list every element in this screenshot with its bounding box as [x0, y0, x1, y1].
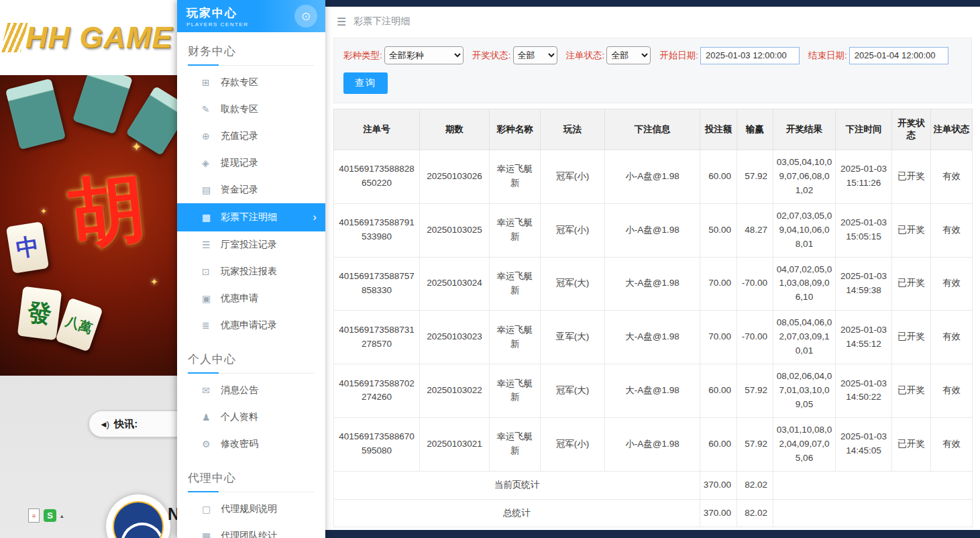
table-cell: 2025-01-03 14:45:05 — [836, 417, 892, 471]
table-cell: 幸运飞艇新 — [490, 257, 541, 311]
table-cell: 60.00 — [700, 364, 737, 418]
end-date-input[interactable] — [849, 47, 948, 64]
table-cell: 有效 — [931, 311, 973, 364]
table-cell: 20250103025 — [420, 203, 490, 257]
table-row: 40156917358875785833020250103024幸运飞艇新冠军(… — [334, 257, 973, 311]
sidebar-item-withdraw[interactable]: ✎取款专区 — [177, 96, 325, 123]
sidebar-item-promo-apply-records[interactable]: ≣优惠申请记录 — [177, 312, 325, 339]
player-bet-report-icon: ⊡ — [202, 266, 221, 277]
lottery-bet-details-icon: ▦ — [202, 212, 221, 223]
table-cell: 已开奖 — [892, 311, 931, 364]
table-cell: 20250103023 — [420, 311, 490, 364]
table-cell: 幸运飞艇新 — [490, 311, 541, 364]
column-header: 期数 — [420, 109, 490, 150]
stats-empty-cell — [773, 499, 973, 527]
table-cell: -70.00 — [737, 257, 773, 311]
start-date-input[interactable] — [700, 47, 800, 64]
table-cell: 20250103021 — [420, 417, 490, 471]
table-cell: 亚军(大) — [541, 311, 605, 364]
withdraw-icon: ✎ — [202, 104, 221, 115]
page: HH GAME 中 發 八萬 胡 ✦ ✦ ✦ ◄) 快讯: ≡ S ▴ NE — [0, 0, 980, 538]
sidebar-item-label: 代理规则说明 — [221, 503, 277, 515]
column-header: 开奖状态 — [892, 109, 931, 150]
sparkle-icon: ✦ — [131, 140, 142, 154]
promo-apply-icon: ▣ — [202, 293, 221, 304]
sidebar-item-profile[interactable]: ♟个人资料 — [177, 404, 325, 431]
bell-icon: ✉ — [202, 385, 221, 396]
sidebar-section-title: 代理中心 — [188, 470, 315, 492]
table-cell: 有效 — [931, 203, 973, 257]
table-cell: 2025-01-03 14:50:22 — [836, 364, 892, 418]
sidebar-item-agent-rules[interactable]: ▢代理规则说明 — [177, 496, 325, 523]
mahjong-tile-back — [72, 75, 133, 134]
sidebar-item-label: 厅室投注记录 — [221, 239, 277, 251]
sidebar-item-hall-bet-records[interactable]: ☰厅室投注记录 — [177, 231, 325, 258]
table-cell: 401569173588828650220 — [334, 150, 420, 204]
table-row: 40156917358882865022020250103026幸运飞艇新冠军(… — [334, 150, 973, 204]
menu-toggle-icon[interactable]: ☰ — [337, 15, 346, 28]
table-cell: 小-A盘@1.98 — [605, 203, 700, 257]
table-row: 40156917358873127857020250103023幸运飞艇新亚军(… — [334, 311, 973, 364]
table-cell: 50.00 — [700, 203, 737, 257]
sidebar-item-withdraw-records[interactable]: ◈提现记录 — [177, 150, 325, 176]
bottom-navy-strip — [325, 530, 980, 538]
sparkle-icon: ✦ — [150, 276, 158, 287]
table-cell: 大-A盘@1.98 — [605, 257, 700, 311]
sidebar-item-announcements[interactable]: ✉消息公告 — [177, 377, 325, 404]
table-cell: 有效 — [931, 257, 973, 311]
column-header: 开奖结果 — [773, 109, 836, 150]
search-button[interactable]: 查询 — [343, 72, 388, 94]
sidebar-item-agent-team-stats[interactable]: ▦代理团队统计 — [177, 523, 325, 538]
sidebar-item-label: 资金记录 — [221, 184, 258, 196]
sidebar-item-label: 取款专区 — [221, 103, 258, 115]
table-cell: 20250103026 — [420, 150, 490, 204]
sidebar-item-label: 玩家投注报表 — [221, 266, 277, 278]
ime-icon: S — [44, 509, 56, 522]
sidebar-item-fund-records[interactable]: ▤资金记录 — [177, 176, 325, 203]
sidebar-item-label: 存款专区 — [221, 76, 258, 89]
sidebar-item-promo-apply[interactable]: ▣优惠申请 — [177, 285, 325, 312]
mahjong-tile-fa: 發 — [17, 286, 62, 341]
sidebar-item-lottery-bet-details[interactable]: ▦彩票下注明细› — [177, 203, 325, 231]
top-navy-strip — [325, 0, 980, 7]
table-cell: 04,07,02,05,01,03,08,09,06,10 — [773, 257, 836, 311]
sidebar-item-label: 提现记录 — [221, 157, 258, 169]
table-cell: 20250103024 — [420, 257, 490, 311]
mahjong-tile-back — [5, 78, 66, 150]
draw-status-select[interactable]: 全部 — [513, 46, 557, 64]
table-cell: 已开奖 — [892, 364, 931, 418]
person-icon: ♟ — [202, 412, 221, 423]
sidebar-nav: 财务中心⊞存款专区✎取款专区⊕充值记录◈提现记录▤资金记录▦彩票下注明细›☰厅室… — [177, 44, 325, 538]
sidebar-item-change-password[interactable]: ⚙修改密码 — [177, 431, 325, 458]
table-cell: 48.27 — [737, 203, 773, 257]
order-status-select[interactable]: 全部 — [606, 46, 651, 64]
table-cell: 小-A盘@1.98 — [605, 150, 700, 204]
sidebar-item-deposit[interactable]: ⊞存款专区 — [177, 69, 325, 96]
table-cell: 2025-01-03 14:55:12 — [836, 311, 892, 364]
draw-status-label: 开奖状态: — [472, 50, 511, 62]
table-header-row: 注单号期数彩种名称玩法下注信息投注额输赢开奖结果下注时间开奖状态注单状态 — [334, 109, 973, 150]
sidebar-item-player-bet-report[interactable]: ⊡玩家投注报表 — [177, 258, 325, 285]
table-cell: 57.92 — [737, 417, 773, 471]
sidebar-item-label: 彩票下注明细 — [221, 211, 277, 223]
sidebar-item-label: 代理团队统计 — [221, 530, 277, 538]
promo-apply-records-icon: ≣ — [202, 320, 221, 331]
sidebar-item-label: 优惠申请记录 — [221, 319, 277, 331]
gear-icon: ⚙ — [202, 439, 221, 449]
table-cell: 幸运飞艇新 — [490, 417, 541, 471]
table-cell: 有效 — [931, 150, 973, 204]
page-header: ☰ 彩票下注明细 — [325, 7, 980, 36]
lottery-type-select[interactable]: 全部彩种 — [384, 46, 464, 64]
sidebar-item-recharge-records[interactable]: ⊕充值记录 — [177, 123, 325, 150]
stats-label: 总统计 — [334, 499, 700, 527]
sidebar-item-label: 修改密码 — [221, 438, 258, 450]
table-cell: 冠军(小) — [541, 417, 605, 471]
table-cell: 已开奖 — [892, 417, 931, 471]
mahjong-tile-zhong: 中 — [6, 221, 49, 274]
filter-panel: 彩种类型: 全部彩种 开奖状态: 全部 注单状态: 全部 开始日期: 结束日期:… — [333, 38, 972, 103]
main-content: ☰ 彩票下注明细 彩种类型: 全部彩种 开奖状态: 全部 注单状态: 全部 开始… — [325, 0, 980, 538]
table-cell: 401569173588702274260 — [334, 364, 420, 418]
table-cell: 大-A盘@1.98 — [605, 364, 700, 418]
table-cell: 57.92 — [737, 150, 773, 204]
page-title: 彩票下注明细 — [353, 15, 410, 28]
